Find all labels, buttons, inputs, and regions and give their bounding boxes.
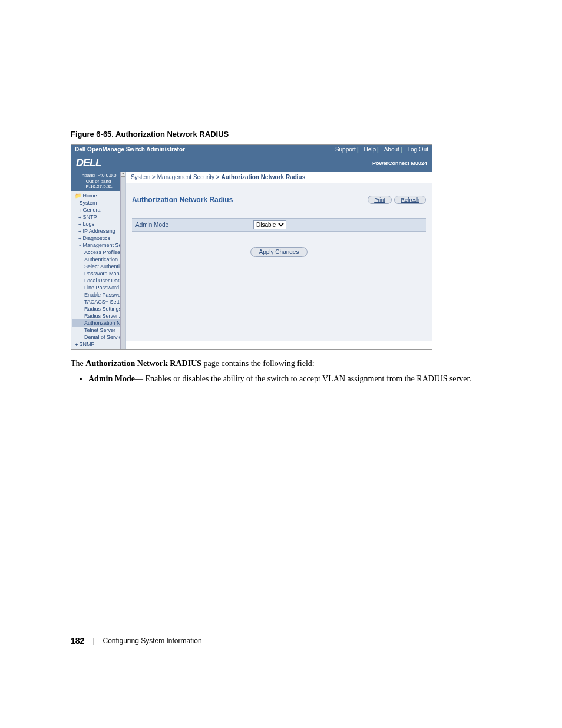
footer-section-title: Configuring System Information: [103, 637, 201, 645]
tree-item[interactable]: Authorization N: [72, 319, 125, 327]
figure-caption: Figure 6-65. Authorization Network RADIU…: [71, 130, 527, 139]
content-pane: System > Management Security > Authoriza…: [126, 172, 432, 349]
tree-item[interactable]: +IP Addressing: [72, 228, 125, 235]
crumb-system[interactable]: System: [131, 174, 150, 180]
tree-item[interactable]: Enable Password: [72, 291, 125, 298]
crumb-current: Authorization Network Radius: [221, 174, 305, 180]
logo-bar: DELL PowerConnect M8024: [71, 154, 432, 172]
link-help[interactable]: Help: [364, 146, 376, 153]
admin-mode-select[interactable]: Disable: [253, 220, 286, 229]
link-logout[interactable]: Log Out: [407, 146, 428, 153]
intro-paragraph: The Authorization Network RADIUS page co…: [71, 358, 527, 370]
breadcrumb: System > Management Security > Authoriza…: [126, 172, 432, 183]
admin-mode-row: Admin Mode Disable: [132, 218, 426, 232]
footer-divider: |: [92, 637, 94, 645]
tree-item[interactable]: Local User Datab: [72, 277, 125, 284]
sidebar: Inband IP:0.0.0.0 Out-of-band IP:10.27.5…: [71, 172, 126, 349]
tree-item[interactable]: +SNTP: [72, 213, 125, 220]
tree-item[interactable]: Radius Settings: [72, 305, 125, 312]
top-links: Support| Help| About| Log Out: [333, 146, 428, 153]
admin-mode-label: Admin Mode: [135, 222, 253, 228]
tree-item[interactable]: Access Profiles: [72, 249, 125, 256]
tree-item[interactable]: -Management Secur: [72, 242, 125, 249]
refresh-button[interactable]: Refresh: [394, 196, 426, 204]
screenshot-frame: Dell OpenManage Switch Administrator Sup…: [71, 144, 432, 350]
field-list: Admin Mode— Enables or disables the abil…: [88, 373, 527, 385]
page-number: 182: [71, 636, 84, 645]
panel-title: Authorization Network Radius: [132, 196, 233, 204]
tree-item[interactable]: +Diagnostics: [72, 235, 125, 242]
nav-tree: 📁 Home -System +General+SNTP+Logs+IP Add…: [71, 191, 125, 349]
window-titlebar: Dell OpenManage Switch Administrator Sup…: [71, 145, 432, 154]
product-label: PowerConnect M8024: [372, 160, 427, 166]
list-item: Admin Mode— Enables or disables the abil…: [88, 373, 489, 385]
window-title: Dell OpenManage Switch Administrator: [75, 146, 185, 153]
tree-item[interactable]: Line Password: [72, 284, 125, 291]
link-support[interactable]: Support: [335, 146, 356, 153]
page-footer: 182 | Configuring System Information: [71, 636, 202, 645]
tree-item[interactable]: +Logs: [72, 220, 125, 228]
tree-item[interactable]: TACACS+ Settin: [72, 298, 125, 305]
crumb-mgmt-security[interactable]: Management Security: [157, 174, 214, 180]
tree-system[interactable]: -System: [72, 199, 125, 206]
tree-home[interactable]: 📁 Home: [72, 192, 125, 199]
ip-inband: Inband IP:0.0.0.0: [72, 173, 125, 179]
ip-outofband: Out-of-band IP:10.27.5.31: [72, 179, 125, 190]
tree-item[interactable]: Authentication P: [72, 256, 125, 263]
ip-box: Inband IP:0.0.0.0 Out-of-band IP:10.27.5…: [71, 172, 125, 191]
tree-item[interactable]: Radius Server Ad: [72, 312, 125, 319]
tree-item[interactable]: Select Authentic: [72, 263, 125, 270]
tree-item[interactable]: Password Manag: [72, 270, 125, 277]
tree-snmp[interactable]: +SNMP: [72, 341, 125, 348]
tree-item[interactable]: +General: [72, 206, 125, 213]
scroll-up-icon[interactable]: ▴: [121, 172, 125, 177]
tree-item[interactable]: Telnet Server: [72, 327, 125, 334]
sidebar-scrollbar[interactable]: ▴: [120, 172, 125, 349]
print-button[interactable]: Print: [368, 196, 392, 204]
apply-changes-button[interactable]: Apply Changes: [250, 247, 308, 257]
dell-logo: DELL: [76, 157, 101, 169]
tree-item[interactable]: Denial of Service: [72, 334, 125, 341]
link-about[interactable]: About: [384, 146, 399, 153]
